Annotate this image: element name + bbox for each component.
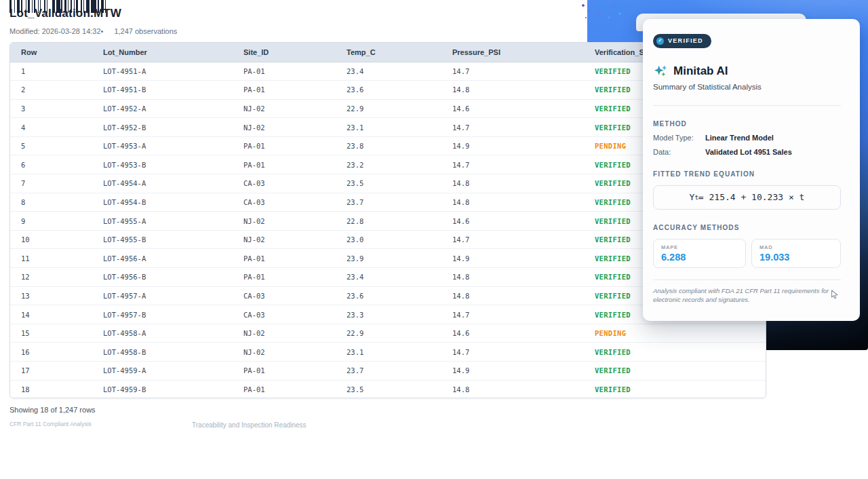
table-cell: 23.3 <box>336 305 441 324</box>
equation-heading: FITTED TREND EQUATION <box>653 170 841 178</box>
table-cell: LOT-4956-B <box>92 268 233 287</box>
column-header-site-id[interactable]: Site_ID <box>233 43 336 62</box>
table-cell: NJ-02 <box>233 230 336 249</box>
table-cell: NJ-02 <box>233 343 336 362</box>
panel-subtitle: Summary of Statistical Analysis <box>653 83 841 91</box>
table-cell: 23.4 <box>336 62 441 81</box>
status-cell: VERIFIED <box>584 362 766 381</box>
table-cell: 14.8 <box>441 286 584 305</box>
table-cell: 14.9 <box>441 249 584 268</box>
mad-metric-card: MAD 19.033 <box>751 239 841 268</box>
table-cell: 3 <box>10 99 92 118</box>
table-cell: 14.8 <box>441 81 584 100</box>
table-cell: 14.6 <box>441 212 584 231</box>
table-cell: PA-01 <box>233 249 336 268</box>
document-meta: Modified: 2026-03-28 14:32•1,247 observa… <box>9 27 177 35</box>
column-header-lot-number[interactable]: Lot_Number <box>92 43 233 62</box>
table-row[interactable]: 18LOT-4959-BPA-0123.514.8VERIFIED <box>10 380 766 398</box>
table-cell: 14.7 <box>441 343 584 362</box>
table-cell: 15 <box>10 324 92 343</box>
table-cell: LOT-4953-B <box>92 155 233 174</box>
observation-count: 1,247 observations <box>114 27 177 35</box>
column-header-temp-c[interactable]: Temp_C <box>336 43 441 62</box>
table-cell: LOT-4951-B <box>92 81 233 100</box>
table-cell: 23.7 <box>336 193 441 212</box>
status-cell: VERIFIED <box>584 343 766 362</box>
table-cell: 22.9 <box>336 99 441 118</box>
table-cell: LOT-4952-B <box>92 118 233 137</box>
traceability-note: Traceability and Inspection Readiness <box>192 421 307 429</box>
table-cell: 1 <box>10 62 92 81</box>
minitab-ai-panel: ✓ VERIFIED Minitab AI Summary of Statist… <box>643 19 860 321</box>
mape-label: MAPE <box>661 244 738 250</box>
table-cell: 14.6 <box>441 324 584 343</box>
table-cell: 17 <box>10 362 92 381</box>
table-cell: LOT-4958-B <box>92 343 233 362</box>
panel-title: Minitab AI <box>673 64 728 78</box>
table-cell: LOT-4957-B <box>92 305 233 324</box>
table-cell: LOT-4955-A <box>92 212 233 231</box>
mad-value: 19.033 <box>760 252 833 263</box>
model-type-value: Linear Trend Model <box>705 134 774 142</box>
table-cell: 14.7 <box>441 230 584 249</box>
table-cell: LOT-4955-B <box>92 230 233 249</box>
table-cell: PA-01 <box>233 62 336 81</box>
table-cell: 9 <box>10 212 92 231</box>
table-cell: 14.7 <box>441 118 584 137</box>
table-cell: CA-03 <box>233 286 336 305</box>
table-cell: 14.8 <box>441 174 584 193</box>
table-cell: 23.8 <box>336 136 441 155</box>
sparkle-icon <box>653 64 668 79</box>
table-cell: NJ-02 <box>233 212 336 231</box>
table-cell: LOT-4958-A <box>92 324 233 343</box>
trend-equation: Yt = 215.4 + 10.233 × t <box>653 185 841 210</box>
table-cell: 14.7 <box>441 155 584 174</box>
mape-metric-card: MAPE 6.288 <box>653 239 746 268</box>
table-cell: CA-03 <box>233 305 336 324</box>
table-cell: 14.8 <box>441 380 584 398</box>
table-row[interactable]: 16LOT-4958-BNJ-0223.114.7VERIFIED <box>10 343 766 362</box>
table-cell: 22.8 <box>336 212 441 231</box>
table-cell: LOT-4956-A <box>92 249 233 268</box>
table-cell: 2 <box>10 81 92 100</box>
table-cell: NJ-02 <box>233 324 336 343</box>
divider <box>653 280 841 280</box>
table-cell: LOT-4951-A <box>92 62 233 81</box>
table-cell: LOT-4954-B <box>92 193 233 212</box>
divider <box>653 105 841 106</box>
table-row[interactable]: 15LOT-4958-ANJ-0222.914.6PENDING <box>10 324 766 343</box>
meta-bullet: • <box>101 27 104 35</box>
table-cell: 23.6 <box>336 81 441 100</box>
table-cell: 23.7 <box>336 362 441 381</box>
table-cell: 5 <box>10 136 92 155</box>
table-cell: 14 <box>10 305 92 324</box>
table-cell: 10 <box>10 230 92 249</box>
table-cell: 23.0 <box>336 230 441 249</box>
table-row[interactable]: 17LOT-4959-APA-0123.714.9VERIFIED <box>10 362 766 381</box>
table-cell: CA-03 <box>233 174 336 193</box>
table-cell: LOT-4959-B <box>92 380 233 398</box>
table-cell: PA-01 <box>233 268 336 287</box>
table-cell: 23.2 <box>336 155 441 174</box>
status-cell: VERIFIED <box>584 380 766 398</box>
column-header-row[interactable]: Row <box>10 43 92 62</box>
verified-badge: ✓ VERIFIED <box>653 34 711 48</box>
model-type-label: Model Type: <box>653 134 705 142</box>
table-cell: PA-01 <box>233 155 336 174</box>
table-cell: PA-01 <box>233 380 336 398</box>
compliance-note: CFR Part 11 Compliant Analysis <box>9 421 92 427</box>
document-title: Lot_Validation.MTW <box>9 7 121 20</box>
table-cell: 14.8 <box>441 193 584 212</box>
table-cell: 14.7 <box>441 305 584 324</box>
check-icon: ✓ <box>656 37 664 45</box>
table-cell: PA-01 <box>233 81 336 100</box>
verified-badge-label: VERIFIED <box>668 37 703 44</box>
column-header-pressure-psi[interactable]: Pressure_PSI <box>441 43 584 62</box>
table-cell: 18 <box>10 380 92 398</box>
modified-timestamp: Modified: 2026-03-28 14:32 <box>9 27 101 35</box>
mad-label: MAD <box>760 244 833 250</box>
data-source-label: Data: <box>653 148 705 156</box>
table-cell: 14.6 <box>441 99 584 118</box>
table-cell: 23.4 <box>336 268 441 287</box>
status-cell: PENDING <box>584 324 766 343</box>
